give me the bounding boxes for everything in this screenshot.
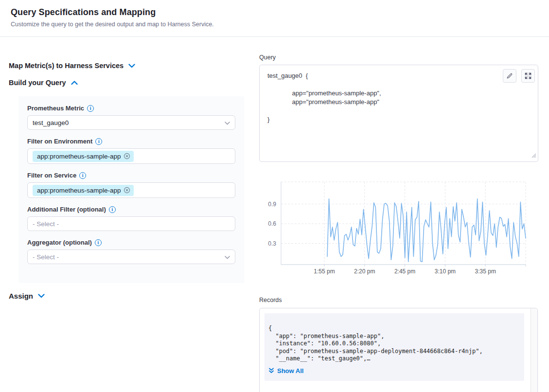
page-title: Query Specifications and Mapping bbox=[11, 7, 538, 18]
aggregator-label-row: Aggregator (optional) i bbox=[27, 239, 235, 246]
chevron-down-icon bbox=[38, 291, 45, 300]
x-axis-label: 2:45 pm bbox=[394, 268, 415, 275]
aggregator-input[interactable] bbox=[33, 253, 230, 261]
info-icon[interactable]: i bbox=[79, 172, 86, 179]
info-icon[interactable]: i bbox=[95, 239, 102, 246]
chevron-up-icon bbox=[71, 78, 78, 87]
section-build-query-label: Build your Query bbox=[9, 79, 66, 87]
y-axis-label: 0.3 bbox=[268, 240, 276, 247]
resize-grip[interactable] bbox=[531, 151, 536, 160]
records-scrollbar[interactable] bbox=[531, 308, 537, 392]
metric-timeseries-chart: 0.90.60.31:55 pm2:20 pm2:45 pm3:10 pm3:3… bbox=[259, 178, 538, 277]
section-assign-label: Assign bbox=[9, 292, 33, 300]
fullscreen-icon bbox=[525, 72, 531, 79]
x-axis-label: 2:20 pm bbox=[354, 268, 375, 275]
metric-series-line bbox=[327, 199, 526, 262]
query-section-label: Query bbox=[259, 54, 276, 61]
filter-service-label: Filter on Service bbox=[27, 172, 76, 179]
field-aggregator: Aggregator (optional) i bbox=[27, 239, 235, 264]
aggregator-label: Aggregator (optional) bbox=[27, 239, 92, 246]
info-icon[interactable]: i bbox=[95, 138, 102, 145]
info-icon[interactable]: i bbox=[109, 206, 116, 213]
prometheus-metric-label-row: Prometheus Metric i bbox=[27, 105, 235, 112]
x-axis-label: 1:55 pm bbox=[314, 268, 335, 275]
environment-filter-chip-label: app:prometheus-sample-app bbox=[37, 153, 121, 160]
section-build-query[interactable]: Build your Query bbox=[9, 78, 78, 87]
additional-filter-select[interactable] bbox=[27, 216, 235, 231]
field-filter-environment: Filter on Environment i app:prometheus-s… bbox=[27, 138, 235, 164]
field-additional-filter: Additional Filter (optional) i bbox=[27, 206, 235, 231]
record-card: { "app": "prometheus-sample-app", "insta… bbox=[265, 313, 524, 381]
page-subtitle: Customize the query to get the desired o… bbox=[11, 21, 538, 28]
chip-remove-icon[interactable] bbox=[124, 187, 130, 194]
prometheus-metric-input[interactable] bbox=[33, 119, 230, 126]
chevron-down-icon bbox=[128, 61, 135, 70]
field-prometheus-metric: Prometheus Metric i bbox=[27, 105, 235, 130]
y-axis-label: 0.6 bbox=[268, 220, 276, 227]
prometheus-metric-label: Prometheus Metric bbox=[27, 105, 84, 112]
query-specifications-page: Query Specifications and Mapping Customi… bbox=[0, 0, 549, 392]
additional-filter-label: Additional Filter (optional) bbox=[27, 206, 106, 213]
chevron-down-icon bbox=[225, 252, 230, 261]
show-all-label: Show All bbox=[277, 367, 303, 374]
expand-query-button[interactable] bbox=[521, 69, 535, 83]
records-container: { "app": "prometheus-sample-app", "insta… bbox=[259, 308, 538, 392]
section-map-metrics-label: Map Metric(s) to Harness Services bbox=[9, 62, 124, 70]
service-filter-chip: app:prometheus-sample-app bbox=[33, 185, 134, 196]
x-axis-label: 3:10 pm bbox=[435, 268, 456, 275]
page-header: Query Specifications and Mapping Customi… bbox=[0, 0, 549, 37]
query-toolbar bbox=[503, 69, 535, 83]
build-query-panel: Prometheus Metric i Filter on Environmen… bbox=[18, 96, 244, 283]
chip-remove-icon[interactable] bbox=[124, 153, 130, 160]
x-axis-label: 3:35 pm bbox=[475, 268, 496, 275]
chevron-down-icon bbox=[225, 118, 230, 127]
service-filter-chip-label: app:prometheus-sample-app bbox=[37, 187, 121, 194]
filter-environment-label: Filter on Environment bbox=[27, 138, 92, 145]
query-text: test_gauge0 { app="prometheus-sample-app… bbox=[260, 65, 538, 124]
info-icon[interactable]: i bbox=[87, 105, 94, 112]
edit-query-button[interactable] bbox=[503, 69, 516, 83]
filter-environment-input[interactable]: app:prometheus-sample-app bbox=[27, 148, 235, 164]
filter-service-label-row: Filter on Service i bbox=[27, 172, 235, 179]
records-section-label: Records bbox=[259, 297, 282, 303]
field-filter-service: Filter on Service i app:prometheus-sampl… bbox=[27, 172, 235, 198]
query-editor[interactable]: test_gauge0 { app="prometheus-sample-app… bbox=[259, 65, 538, 162]
filter-service-input[interactable]: app:prometheus-sample-app bbox=[27, 182, 235, 198]
record-json: { "app": "prometheus-sample-app", "insta… bbox=[268, 325, 524, 363]
filter-environment-label-row: Filter on Environment i bbox=[27, 138, 235, 145]
prometheus-metric-select[interactable] bbox=[27, 115, 235, 130]
show-all-link[interactable]: Show All bbox=[268, 367, 524, 374]
line-chart: 0.90.60.31:55 pm2:20 pm2:45 pm3:10 pm3:3… bbox=[259, 178, 538, 277]
double-chevron-down-icon bbox=[268, 368, 274, 374]
environment-filter-chip: app:prometheus-sample-app bbox=[33, 151, 134, 162]
aggregator-select[interactable] bbox=[27, 249, 235, 264]
additional-filter-input[interactable] bbox=[33, 220, 230, 228]
additional-filter-label-row: Additional Filter (optional) i bbox=[27, 206, 235, 213]
section-map-metrics[interactable]: Map Metric(s) to Harness Services bbox=[9, 61, 135, 70]
pencil-icon bbox=[506, 72, 513, 79]
section-assign[interactable]: Assign bbox=[9, 291, 45, 300]
y-axis-label: 0.9 bbox=[268, 201, 276, 208]
